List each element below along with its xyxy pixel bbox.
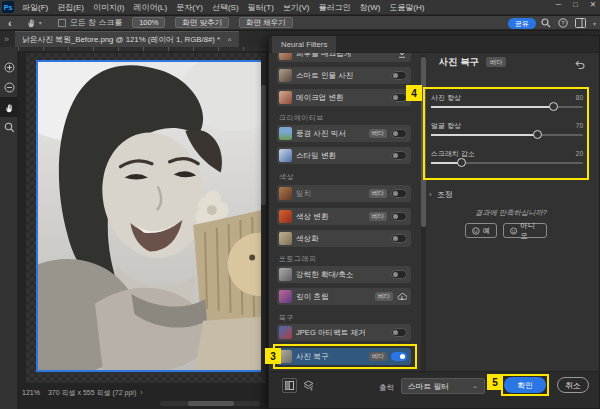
frown-icon bbox=[510, 227, 517, 235]
slider-handle[interactable] bbox=[457, 158, 466, 167]
share-button[interactable]: 공유 bbox=[508, 18, 536, 29]
close-button[interactable]: ✕ bbox=[590, 0, 596, 9]
output-dropdown[interactable]: 스마트 필터 ⌄ bbox=[401, 378, 485, 394]
output-label: 출력 bbox=[379, 383, 394, 393]
canvas-horizontal-scrollbar[interactable] bbox=[160, 401, 260, 406]
filter-item-makeup-transfer[interactable]: 메이크업 변환 bbox=[277, 89, 411, 106]
layers-preview-icon[interactable] bbox=[301, 378, 316, 393]
filter-thumbnail bbox=[279, 91, 292, 104]
detail-title: 사진 복구 bbox=[439, 56, 479, 69]
filter-toggle-off[interactable] bbox=[391, 93, 407, 102]
feedback-no-button[interactable]: 아니오 bbox=[503, 223, 547, 238]
filter-item-super-zoom[interactable]: 강력한 확대/축소 bbox=[277, 266, 411, 283]
zoom-level[interactable]: 121% bbox=[22, 389, 40, 396]
filter-label: 스마트 인물 사진 bbox=[296, 71, 387, 81]
zoom-out-tool[interactable] bbox=[0, 77, 18, 97]
filter-thumbnail bbox=[279, 326, 292, 339]
slider-photo-enhance[interactable] bbox=[431, 106, 583, 108]
filter-list-scrollbar[interactable] bbox=[421, 55, 426, 371]
menu-select[interactable]: 선택(S) bbox=[212, 2, 239, 13]
menu-filter[interactable]: 필터(T) bbox=[248, 2, 274, 13]
filter-item-jpeg-artifacts-removal[interactable]: JPEG 아티팩트 제거 bbox=[277, 324, 411, 341]
menu-window[interactable]: 창(W) bbox=[359, 2, 380, 13]
menu-layer[interactable]: 레이어(L) bbox=[133, 2, 167, 13]
slider-face-enhance[interactable] bbox=[431, 134, 583, 136]
fit-screen-button[interactable]: 화면 맞추기 bbox=[175, 17, 229, 28]
filter-toggle-off[interactable] bbox=[391, 234, 407, 243]
callout-badge-5: 5 bbox=[487, 374, 503, 390]
slider-value-face-enhance: 70 bbox=[565, 122, 583, 129]
smile-icon bbox=[472, 227, 480, 235]
menu-plugins[interactable]: 플러그인 bbox=[318, 2, 350, 13]
menu-edit[interactable]: 편집(E) bbox=[57, 2, 84, 13]
neural-filters-tab[interactable]: Neural Filters bbox=[272, 36, 336, 53]
filter-toggle-off[interactable] bbox=[391, 212, 407, 221]
workspace-icon[interactable] bbox=[575, 18, 586, 28]
feedback-yes-button[interactable]: 예 bbox=[465, 223, 497, 238]
svg-text:?: ? bbox=[561, 20, 565, 26]
filter-item-color-transfer[interactable]: 색상 변환 베타 bbox=[277, 208, 411, 225]
document-tab[interactable]: 낡은사진 복원_Before.png @ 121% (레이어 1, RGB/8#… bbox=[15, 31, 239, 47]
status-arrow-icon[interactable]: › bbox=[140, 389, 142, 396]
menu-image[interactable]: 이미지(I) bbox=[93, 2, 125, 13]
filter-item-photo-restoration[interactable]: 사진 복구 베타 bbox=[277, 348, 411, 365]
slider-scratch-reduction[interactable] bbox=[431, 162, 583, 164]
fill-screen-button[interactable]: 화면 채우기 bbox=[239, 17, 293, 28]
hand-tool-icon[interactable]: ▾ bbox=[26, 17, 42, 28]
filter-thumbnail bbox=[279, 268, 292, 281]
toolbar-collapse-icon[interactable]: » bbox=[4, 34, 9, 44]
cloud-download-icon[interactable] bbox=[397, 293, 407, 301]
reset-icon[interactable] bbox=[574, 56, 585, 74]
callout-badge-3: 3 bbox=[265, 348, 281, 364]
chevron-down-icon[interactable]: ▾ bbox=[593, 20, 596, 27]
slider-handle[interactable] bbox=[533, 130, 542, 139]
document-size-info: 370 픽셀 x 555 픽셀 (72 ppi) bbox=[48, 388, 136, 398]
back-arrow-icon[interactable]: ‹ bbox=[8, 18, 12, 28]
scroll-all-windows-label: 모든 창 스크롤 bbox=[70, 17, 122, 28]
cancel-button[interactable]: 취소 bbox=[557, 377, 589, 393]
filter-label: 사진 복구 bbox=[296, 352, 365, 362]
hand-tool[interactable] bbox=[0, 97, 18, 117]
maximize-button[interactable]: □ bbox=[573, 0, 578, 9]
filter-thumbnail bbox=[279, 290, 292, 303]
tab-close-icon[interactable]: × bbox=[227, 35, 232, 44]
filter-item-landscape-mixer[interactable]: 풍경 사진 믹서 베타 bbox=[277, 125, 411, 142]
filter-item-style-transfer[interactable]: 스타일 변환 bbox=[277, 147, 411, 164]
zoom-100-button[interactable]: 100% bbox=[132, 17, 165, 28]
scroll-all-windows-checkbox[interactable] bbox=[58, 19, 66, 27]
filter-toggle-off[interactable] bbox=[391, 151, 407, 160]
filter-toggle-off[interactable] bbox=[391, 328, 407, 337]
menu-help[interactable]: 도움말(H) bbox=[389, 2, 424, 13]
filter-item-harmonization[interactable]: 일치 베타 bbox=[277, 185, 411, 202]
filter-toggle-off[interactable] bbox=[391, 270, 407, 279]
menu-type[interactable]: 문자(Y) bbox=[176, 2, 203, 13]
zoom-in-tool[interactable] bbox=[0, 57, 18, 77]
options-bar: ‹ ▾ 모든 창 스크롤 100% 화면 맞추기 화면 채우기 공유 ? ▾ bbox=[0, 16, 600, 30]
canvas-vertical-scrollbar[interactable] bbox=[261, 55, 266, 377]
filter-item-depth-blur[interactable]: 깊이 흐림 베타 bbox=[277, 288, 411, 305]
menu-file[interactable]: 파일(F) bbox=[22, 2, 48, 13]
filter-thumbnail bbox=[279, 210, 292, 223]
filter-item-smart-portrait[interactable]: 스마트 인물 사진 bbox=[277, 67, 411, 84]
photoshop-logo-icon: Ps bbox=[2, 1, 14, 13]
filter-toggle-on[interactable] bbox=[391, 352, 407, 361]
filter-thumbnail bbox=[279, 187, 292, 200]
help-icon[interactable]: ? bbox=[558, 18, 568, 28]
filter-label: 일치 bbox=[296, 189, 365, 199]
filter-item-colorize[interactable]: 색상화 bbox=[277, 230, 411, 247]
confirm-button[interactable]: 확인 bbox=[504, 377, 546, 393]
minimize-button[interactable]: ─ bbox=[556, 0, 561, 9]
filter-toggle-off[interactable] bbox=[391, 189, 407, 198]
search-icon[interactable] bbox=[541, 18, 551, 28]
menu-view[interactable]: 보기(V) bbox=[283, 2, 310, 13]
photoshop-window: Ps 파일(F) 편집(E) 이미지(I) 레이어(L) 문자(Y) 선택(S)… bbox=[0, 0, 600, 409]
slider-handle[interactable] bbox=[549, 102, 558, 111]
split-view-icon[interactable] bbox=[282, 378, 297, 393]
canvas-area: 121% 370 픽셀 x 555 픽셀 (72 ppi) › bbox=[18, 47, 268, 409]
slider-value-scratch-reduction: 20 bbox=[565, 150, 583, 157]
document-image[interactable] bbox=[36, 60, 264, 372]
adjustments-disclosure[interactable]: › 조정 bbox=[429, 189, 453, 200]
filter-toggle-off[interactable] bbox=[391, 71, 407, 80]
filter-toggle-off[interactable] bbox=[391, 129, 407, 138]
zoom-tool[interactable] bbox=[0, 117, 18, 137]
